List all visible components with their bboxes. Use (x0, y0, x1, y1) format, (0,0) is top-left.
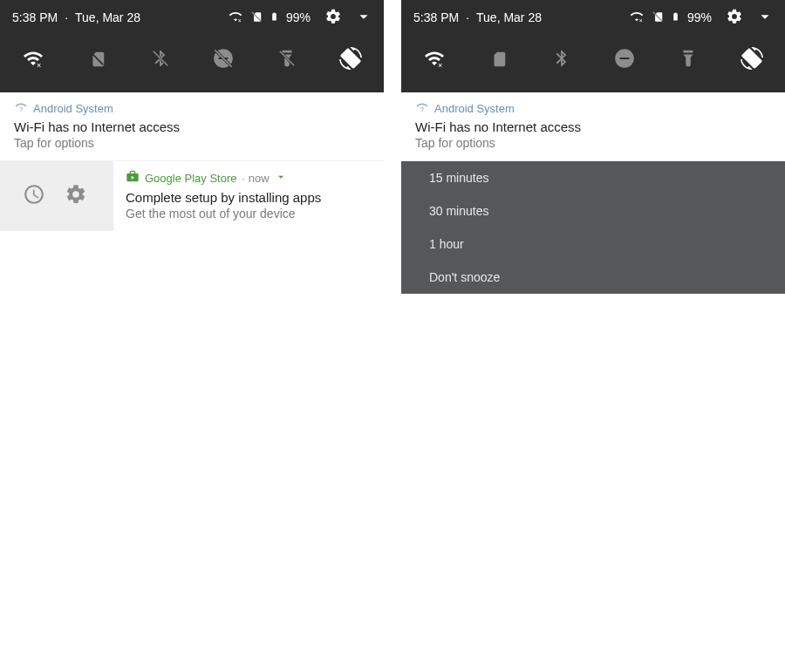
snooze-option[interactable]: Don't snooze (401, 261, 785, 294)
qs-bluetooth-icon[interactable] (141, 47, 180, 73)
snooze-option[interactable]: 1 hour (401, 227, 785, 261)
qs-wifi-icon[interactable]: × (14, 48, 52, 72)
notification-subtitle: Tap for options (14, 136, 370, 150)
quick-settings-row: × (401, 35, 785, 92)
battery-percentage: 99% (687, 10, 712, 24)
notification-with-snooze-actions: Google Play Store · now Complete setup b… (0, 161, 384, 231)
snooze-option[interactable]: 30 minutes (401, 194, 785, 227)
svg-text:×: × (37, 61, 41, 69)
battery-icon (270, 9, 279, 27)
statusbar-separator: · (65, 10, 68, 24)
notification-title: Wi-Fi has no Internet access (415, 119, 771, 134)
notification-shade-header: 5:38 PM · Tue, Mar 28 × 99% × (0, 0, 384, 92)
statusbar-date: Tue, Mar 28 (75, 10, 140, 24)
statusbar-time: 5:38 PM (413, 10, 459, 24)
sim-disabled-icon (652, 10, 664, 26)
qs-wifi-icon[interactable]: × (415, 48, 454, 72)
snooze-clock-icon[interactable] (23, 183, 45, 209)
expand-icon[interactable] (755, 7, 775, 29)
settings-icon[interactable] (324, 8, 342, 28)
qs-sim-icon[interactable] (78, 47, 116, 73)
wifi-no-internet-icon: × (629, 10, 645, 26)
notification-subtitle: Tap for options (415, 136, 771, 150)
qs-dnd-icon[interactable] (204, 47, 242, 73)
qs-rotation-icon[interactable] (733, 47, 771, 73)
qs-flashlight-icon[interactable] (268, 47, 306, 73)
svg-text:?: ? (420, 106, 424, 112)
sim-disabled-icon (250, 10, 263, 26)
qs-flashlight-icon[interactable] (669, 47, 707, 73)
statusbar-time: 5:38 PM (12, 10, 58, 24)
notification-app-name: Android System (33, 102, 113, 115)
svg-text:×: × (438, 61, 442, 69)
battery-percentage: 99% (286, 10, 311, 24)
quick-settings-row: × (0, 35, 384, 92)
notification-meta: · now (242, 172, 270, 185)
phone-screenshot-right: 5:38 PM · Tue, Mar 28 × 99% × (401, 0, 785, 672)
qs-rotation-icon[interactable] (331, 47, 370, 73)
statusbar: 5:38 PM · Tue, Mar 28 × 99% (0, 0, 384, 35)
qs-bluetooth-icon[interactable] (543, 47, 581, 73)
notification-subtitle: Get the most out of your device (126, 207, 370, 221)
qs-sim-icon[interactable] (479, 47, 517, 73)
snooze-settings-icon[interactable] (65, 183, 87, 209)
notification-play-store[interactable]: Google Play Store · now Complete setup b… (113, 161, 384, 231)
statusbar-date: Tue, Mar 28 (476, 10, 542, 24)
svg-text:?: ? (19, 106, 23, 112)
notification-app-name: Google Play Store (145, 172, 237, 185)
wifi-no-internet-icon: × (228, 10, 243, 26)
notification-shade-header: 5:38 PM · Tue, Mar 28 × 99% × (401, 0, 785, 92)
chevron-down-icon[interactable] (275, 171, 287, 186)
notification-title: Complete setup by installing apps (126, 190, 370, 205)
play-store-icon (126, 170, 140, 187)
settings-icon[interactable] (726, 8, 743, 28)
svg-text:×: × (639, 17, 643, 23)
svg-text:×: × (238, 17, 242, 23)
expand-icon[interactable] (354, 7, 373, 29)
wifi-question-icon: ? (14, 101, 28, 116)
qs-dnd-icon[interactable] (605, 47, 644, 73)
notification-wifi[interactable]: ? Android System Wi-Fi has no Internet a… (401, 92, 785, 161)
statusbar-separator: · (466, 10, 469, 24)
phone-screenshot-left: 5:38 PM · Tue, Mar 28 × 99% × (0, 0, 384, 672)
snooze-duration-menu: 15 minutes 30 minutes 1 hour Don't snooz… (401, 161, 785, 294)
notification-title: Wi-Fi has no Internet access (14, 119, 370, 134)
notification-app-name: Android System (434, 102, 515, 115)
notification-wifi[interactable]: ? Android System Wi-Fi has no Internet a… (0, 92, 384, 161)
snooze-option[interactable]: 15 minutes (401, 161, 785, 194)
battery-icon (671, 9, 680, 27)
statusbar: 5:38 PM · Tue, Mar 28 × 99% (401, 0, 785, 35)
snooze-actions-panel (0, 161, 113, 231)
wifi-question-icon: ? (415, 101, 429, 116)
